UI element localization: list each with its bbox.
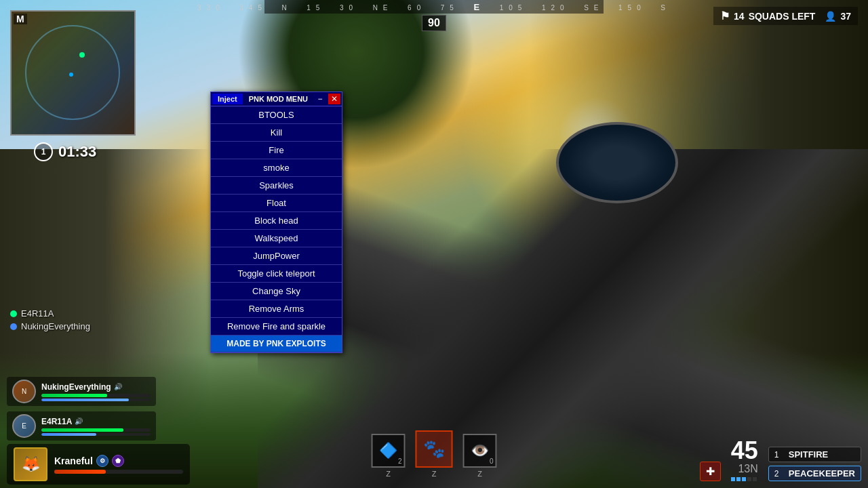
ammo-pip-bar xyxy=(731,477,758,481)
squads-left-display: ⚑ 14 SQUADS LEFT 👤 37 xyxy=(713,7,858,25)
ability-key-1: Z xyxy=(386,470,391,478)
mod-menu-item-0[interactable]: BTOOLS xyxy=(211,106,342,124)
squad-member-2: E E4R11A 🔊 xyxy=(7,411,156,441)
ability-slot-1: 🔷 2 Z xyxy=(372,434,406,478)
local-player-hud: 🦊 Kraneful ⚙ ⬟ xyxy=(7,444,190,485)
compass-heading: 90 xyxy=(422,15,446,31)
ring-timer: 1 01:33 xyxy=(34,142,96,161)
mod-menu-item-9[interactable]: Toggle click teleport xyxy=(211,265,342,283)
squad-armor-fill-1 xyxy=(41,399,129,401)
ability-icon-visual-2: 👁️ xyxy=(471,442,489,460)
badge-blue: ⚙ xyxy=(96,455,108,467)
ability-icon-2[interactable]: 👁️ 0 xyxy=(463,434,497,468)
compass: 330 345 N 15 30 NE 60 75 E 105 120 SE 15… xyxy=(264,0,604,37)
passive-ability-icon[interactable]: 🐾 xyxy=(416,430,453,468)
mod-menu[interactable]: Inject PNK MOD MENU − ✕ BTOOLSKillFiresm… xyxy=(210,92,342,353)
mod-menu-item-5[interactable]: Float xyxy=(211,195,342,212)
squad-health-bars: N NukingEverything 🔊 E E4R11A 🔊 xyxy=(7,377,156,441)
minimap[interactable]: M xyxy=(10,10,136,136)
mod-menu-item-2[interactable]: Fire xyxy=(211,142,342,159)
compass-bar: 330 345 N 15 30 NE 60 75 E 105 120 SE 15… xyxy=(264,0,604,14)
squad-armor-bar-2 xyxy=(41,433,151,436)
squad-health-bar-2 xyxy=(41,428,151,432)
ability-slot-passive: 🐾 Z xyxy=(416,430,453,478)
squad-info-1: NukingEverything 🔊 xyxy=(41,382,151,401)
player-name-item: NukingEverything xyxy=(10,321,90,331)
squads-label: SQUADS LEFT xyxy=(749,11,816,22)
weapon-model xyxy=(258,149,868,488)
ability-slot-2: 👁️ 0 Z xyxy=(463,434,497,478)
squad-health-bar-1 xyxy=(41,394,151,397)
local-player-info: Kraneful ⚙ ⬟ xyxy=(54,455,183,474)
minimap-teammate-marker xyxy=(69,73,73,77)
squad-name-1: NukingEverything 🔊 xyxy=(41,382,151,392)
healing-icon: ✚ xyxy=(706,465,715,478)
badge-purple: ⬟ xyxy=(112,455,124,467)
mod-menu-item-8[interactable]: JumpPower xyxy=(211,247,342,265)
nearby-players: E4R11A NukingEverything xyxy=(10,308,90,331)
squad-armor-fill-2 xyxy=(41,433,96,436)
mod-menu-item-4[interactable]: Sparkles xyxy=(211,177,342,195)
ability-key-2: Z xyxy=(477,470,482,478)
badge-icons: ⚙ ⬟ xyxy=(96,455,124,467)
local-avatar: 🦊 xyxy=(14,447,47,481)
squad-avatar-2: E xyxy=(12,414,36,438)
minimap-player-marker xyxy=(79,52,85,58)
squad-name-2: E4R11A 🔊 xyxy=(41,417,151,426)
timer-circle: 1 xyxy=(34,142,53,161)
minimize-button[interactable]: − xyxy=(314,94,326,104)
mod-menu-item-3[interactable]: smoke xyxy=(211,159,342,177)
player-dot xyxy=(10,310,17,317)
mod-menu-item-7[interactable]: Walkspeed xyxy=(211,230,342,247)
healing-slot: ✚ xyxy=(700,462,721,481)
player-name-item: E4R11A xyxy=(10,308,90,319)
mod-menu-items: BTOOLSKillFiresmokeSparklesFloatBlock he… xyxy=(211,106,342,352)
weapon-slot-list: 1 SPITFIRE 2 PEACEKEEPER xyxy=(768,447,861,481)
ability-bar: 🔷 2 Z 🐾 Z 👁️ 0 Z xyxy=(372,430,497,478)
mod-menu-item-12[interactable]: Remove Fire and sparkle xyxy=(211,318,342,336)
ability-count-1: 2 xyxy=(398,458,402,465)
weapon-slot-2[interactable]: 2 PEACEKEEPER xyxy=(768,466,861,481)
ammo-reserve-count: 13N xyxy=(731,463,758,475)
weapon-slot-1[interactable]: 1 SPITFIRE xyxy=(768,447,861,462)
weapon-slot-num-1: 1 xyxy=(774,450,785,460)
ammo-display: 45 13N xyxy=(731,439,758,481)
compass-degrees: 330 345 N 15 30 NE 60 75 E 105 120 SE 15… xyxy=(197,2,671,12)
ammo-pip-empty xyxy=(753,477,757,481)
squad-health-fill-1 xyxy=(41,394,107,397)
player-name-nuking: NukingEverything xyxy=(21,321,90,331)
weapon-hud: ✚ 45 13N 1 SPITFIRE 2 PEACEKEEPER xyxy=(700,439,861,481)
mod-menu-item-10[interactable]: Change Sky xyxy=(211,283,342,300)
players-icon: 👤 xyxy=(825,11,836,22)
scope xyxy=(556,122,678,203)
local-health-bar xyxy=(54,470,183,474)
mod-menu-title: PNK MOD MENU xyxy=(245,95,312,103)
ammo-pip xyxy=(731,477,735,481)
ability-icon-1[interactable]: 🔷 2 xyxy=(372,434,406,468)
mod-menu-item-1[interactable]: Kill xyxy=(211,124,342,142)
mod-menu-item-6[interactable]: Block head xyxy=(211,212,342,230)
local-health-fill xyxy=(54,470,106,474)
weapon-slot-name-2: PEACEKEEPER xyxy=(789,468,855,479)
minimap-label: M xyxy=(14,14,27,24)
weapon-slot-num-2: 2 xyxy=(774,469,785,479)
squads-icon: ⚑ xyxy=(720,9,730,22)
ammo-pip xyxy=(742,477,746,481)
ability-icon-visual-1: 🔷 xyxy=(379,442,397,460)
close-button[interactable]: ✕ xyxy=(328,94,340,104)
squad-member-1: N NukingEverything 🔊 xyxy=(7,377,156,406)
squad-health-fill-2 xyxy=(41,428,123,432)
ammo-pip-empty xyxy=(747,477,751,481)
player-dot xyxy=(10,323,17,330)
weapon-slot-name-1: SPITFIRE xyxy=(789,449,829,460)
squad-info-2: E4R11A 🔊 xyxy=(41,417,151,436)
ability-count-2: 0 xyxy=(490,458,494,465)
mod-menu-titlebar: Inject PNK MOD MENU − ✕ xyxy=(211,92,342,106)
mod-menu-item-11[interactable]: Remove Arms xyxy=(211,300,342,318)
inject-button[interactable]: Inject xyxy=(212,94,243,104)
squads-count: 14 xyxy=(734,11,745,22)
ammo-pip xyxy=(736,477,741,481)
mic-icon: 🔊 xyxy=(114,383,122,390)
players-count: 37 xyxy=(840,11,851,22)
mod-menu-item-13[interactable]: MADE BY PNK EXPLOITS xyxy=(211,336,342,352)
